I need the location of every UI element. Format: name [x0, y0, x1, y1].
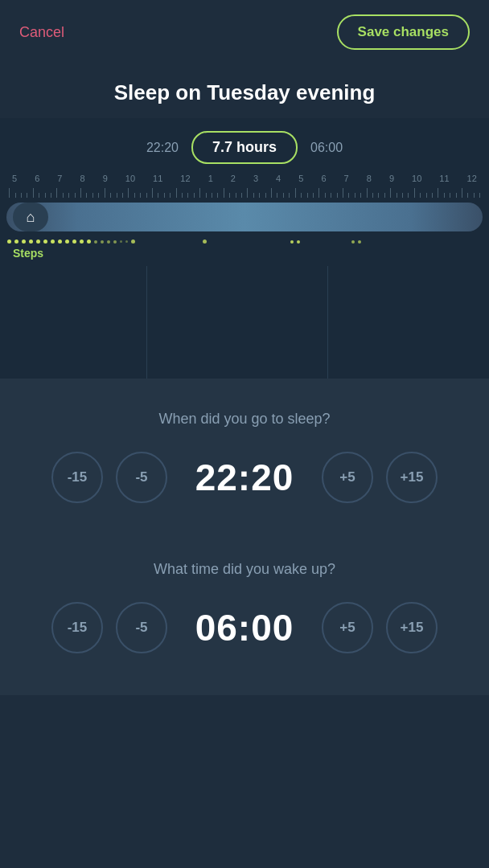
sleep-time-control: -15 -5 22:20 +5 +15 [19, 452, 470, 503]
slider-track[interactable]: ⌂ [6, 203, 483, 231]
end-time-label: 06:00 [310, 141, 343, 155]
wake-plus15-button[interactable]: +15 [386, 602, 438, 653]
sleep-question: When did you go to sleep? [19, 411, 470, 428]
save-button[interactable]: Save changes [337, 14, 470, 50]
steps-visualization: Steps [0, 236, 489, 266]
graph-area [0, 266, 489, 379]
time-bar: 22:20 7.7 hours 06:00 [0, 131, 489, 174]
start-time-label: 22:20 [146, 141, 179, 155]
wake-question: What time did you wake up? [19, 561, 470, 578]
sleep-minus5-button[interactable]: -5 [116, 452, 167, 503]
ruler-container: 5 6 7 8 9 10 11 12 1 2 3 4 5 6 7 8 9 10 … [0, 174, 489, 198]
page-title: Sleep on Tuesday evening [0, 64, 489, 118]
slider-track-container[interactable]: ⌂ [0, 198, 489, 236]
sleep-plus5-button[interactable]: +5 [322, 452, 373, 503]
wake-minus5-button[interactable]: -5 [116, 602, 167, 653]
dots-row [6, 240, 483, 244]
timeline-section: 22:20 7.7 hours 06:00 5 6 7 8 9 10 11 12… [0, 118, 489, 379]
ruler-numbers: 5 6 7 8 9 10 11 12 1 2 3 4 5 6 7 8 9 10 … [0, 174, 489, 183]
sleep-handle[interactable]: ⌂ [13, 203, 48, 231]
wake-minus15-button[interactable]: -15 [51, 602, 103, 653]
house-icon: ⌂ [27, 209, 35, 226]
sleep-plus15-button[interactable]: +15 [386, 452, 438, 503]
ruler-ticks [0, 185, 489, 198]
header: Cancel Save changes [0, 0, 489, 64]
sleep-minus15-button[interactable]: -15 [51, 452, 103, 503]
divider-right [327, 266, 328, 379]
steps-label: Steps [6, 247, 483, 260]
duration-pill[interactable]: 7.7 hours [191, 131, 298, 164]
cancel-button[interactable]: Cancel [19, 24, 64, 41]
wake-time-control: -15 -5 06:00 +5 +15 [19, 602, 470, 653]
sleep-time-display: 22:20 [180, 456, 309, 499]
wake-plus5-button[interactable]: +5 [322, 602, 373, 653]
wake-section: What time did you wake up? -15 -5 06:00 … [0, 537, 489, 695]
wake-time-display: 06:00 [180, 606, 309, 649]
divider-left [146, 266, 147, 379]
sleep-section: When did you go to sleep? -15 -5 22:20 +… [0, 379, 489, 537]
